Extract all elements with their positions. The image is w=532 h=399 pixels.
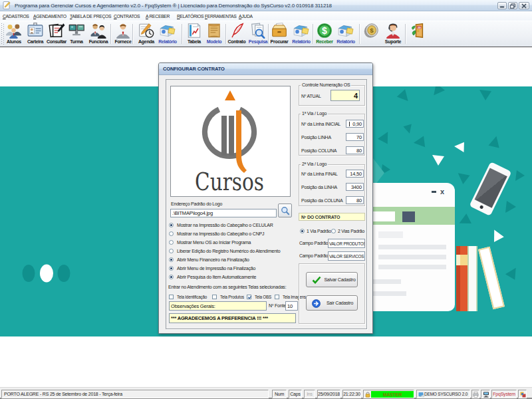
toolbar-pesquisa-button[interactable]: Pesquisa — [247, 22, 269, 47]
via-1-radio[interactable] — [300, 229, 305, 233]
tela-produtos-checkbox[interactable] — [212, 295, 217, 299]
tela-obs-checkbox[interactable] — [247, 295, 251, 299]
logo-path-input[interactable]: .\BITMAP\logo4.jpg — [170, 209, 277, 217]
via-2-radio[interactable] — [331, 229, 336, 233]
agradecimento-input[interactable]: *** AGRADECEMOS A PREFERENCIA !!! *** — [169, 313, 296, 323]
close-button[interactable] — [519, 2, 529, 9]
numero-contrato-field[interactable]: Nº DO CONTRATO — [299, 213, 365, 221]
menu-tabela-de-precos[interactable]: TABELA DE PREÇOS — [70, 12, 111, 21]
text-caret — [349, 122, 350, 126]
status-network[interactable] — [481, 390, 490, 398]
fonte-input[interactable]: 10 — [285, 301, 298, 311]
status-user-name: MASTER — [383, 392, 402, 397]
option-radio-pesquisa-item[interactable] — [169, 275, 174, 279]
client-area-bottom — [0, 336, 532, 387]
menu-cadastros[interactable]: CADASTROS — [3, 12, 29, 21]
staff-icon — [90, 22, 107, 39]
menu-relatorios[interactable]: RELATÓRIOS — [177, 12, 203, 21]
option-radio-menu-impressao[interactable] — [169, 266, 174, 271]
logo-path-label: Endereço Padrão do Logo — [171, 201, 222, 206]
status-time: 21:22:30 — [342, 390, 361, 398]
posicao-da-linha-input[interactable]: 3400 — [346, 183, 364, 191]
tela-identificacao-checkbox[interactable] — [169, 295, 174, 299]
app-icon — [3, 1, 11, 9]
salvar-cadastro-button[interactable]: Salvar Cadastro — [306, 272, 358, 287]
atual-input[interactable]: 4 — [331, 90, 360, 101]
campo-padrao-1-caption: Campo Padrão — [299, 241, 328, 245]
option-radio-liberar-edicao[interactable] — [169, 249, 174, 253]
status-brand: FpqSystem — [491, 390, 517, 398]
table-document-icon — [186, 22, 203, 39]
toolbar-suporte-label: Suporte — [382, 39, 404, 44]
toolbar-receber-button[interactable]: $ Receber — [313, 22, 336, 47]
posicao-linha-input[interactable]: 70 — [346, 133, 364, 141]
menu-ferramentas[interactable]: FERRAMENTAS — [205, 12, 237, 21]
posicao-da-coluna-label: Posição da COLUNA — [301, 198, 342, 203]
menu-a-receber[interactable]: A RECEBER — [146, 12, 170, 21]
linha-final-input[interactable]: 14,50 — [346, 170, 364, 178]
option-radio-cnpj[interactable] — [169, 231, 174, 236]
campo-padrao-2-input[interactable]: VALOR SERVICOS — [328, 251, 365, 261]
tela-produtos-label: Tela Produtos — [220, 295, 244, 299]
status-printer[interactable] — [471, 390, 479, 398]
restore-button[interactable] — [508, 2, 517, 9]
toolbar-turma-button[interactable]: Turma — [65, 22, 88, 47]
toolbar-relatorio-agenda-button[interactable]: Relatório — [156, 22, 179, 47]
menu-ajuda[interactable]: AJUDA — [239, 12, 253, 21]
illustration-browser-window: x — [362, 183, 455, 311]
toolbar-contrato-button[interactable]: Contrato — [225, 22, 248, 47]
toolbar-modelo-button[interactable]: Modelo — [203, 22, 225, 47]
toolbar-procurar-button[interactable]: Procurar — [268, 22, 291, 47]
toolbar-funcionarios-button[interactable]: Funciona — [87, 22, 110, 47]
status-insert: Ins — [304, 390, 315, 398]
campo-padrao-2-caption: Campo Padrão — [299, 253, 328, 258]
toolbar-relatorio-receber-button[interactable]: Relatório — [334, 22, 357, 47]
fpq-icon — [520, 392, 526, 398]
status-caps-lock: Caps — [289, 390, 302, 398]
magnifier-icon — [281, 206, 290, 215]
toolbar-carteira-button[interactable]: Carteira — [24, 22, 47, 47]
toolbar-relatorio-procurar-button[interactable]: Relatório — [290, 22, 313, 47]
toolbar-separator — [405, 24, 406, 44]
logo-search-button[interactable] — [278, 203, 292, 217]
card-file-icon — [271, 22, 288, 39]
report-icon — [293, 22, 310, 39]
option-radio-menu-os[interactable] — [169, 240, 174, 245]
via1-label: 1ª Via / Logo — [301, 111, 328, 116]
option-radio-menu-financeiro[interactable] — [169, 257, 174, 262]
menu-contratos[interactable]: CONTRATOS — [114, 12, 140, 21]
status-num-text: Num — [275, 392, 284, 396]
toolbar-fornecedor-button[interactable]: Fornece — [112, 22, 134, 47]
posicao-coluna-input[interactable]: 80 — [346, 146, 364, 154]
toolbar-consultar-button[interactable]: Consultar — [45, 22, 68, 47]
minimize-button[interactable] — [497, 2, 507, 9]
status-date-text: 25/09/2018 — [318, 392, 340, 396]
toolbar-suporte-button[interactable]: Suporte — [382, 22, 404, 47]
illustration-book-red — [456, 246, 467, 311]
option-radio-celular[interactable] — [169, 223, 174, 227]
linha-inicial-label: Nº da Linha INICIAL — [301, 122, 340, 126]
dialog-titlebar[interactable]: CONFIGURAR CONTRATO — [159, 63, 372, 75]
toolbar-agenda-button[interactable]: Agenda — [135, 22, 158, 47]
toolbar-alunos-label: Alunos — [3, 39, 25, 44]
scroll-icon — [205, 22, 223, 39]
toolbar-tabela-button[interactable]: Tabela — [183, 22, 205, 47]
posicao-da-coluna-input[interactable]: 80 — [346, 196, 364, 204]
toolbar-sair-button[interactable]: EXIT — [406, 22, 429, 47]
status-license-text: DEMO SYSCURSO 2.0 — [417, 392, 469, 396]
svg-text:$: $ — [370, 27, 374, 34]
toolbar-moeda-button[interactable]: $ — [360, 22, 382, 47]
linha-inicial-input[interactable]: 0,90 — [346, 120, 364, 128]
status-location-date: PORTO ALEGRE - RS 25 de Setembro de 2018… — [1, 390, 269, 398]
toolbar-relatorio-receber-label: Relatório — [334, 39, 357, 44]
exit-arrow-icon — [312, 299, 321, 308]
illustration-header-button — [402, 211, 415, 222]
linha-inicial-value: 0,90 — [352, 121, 362, 127]
sair-cadastro-button[interactable]: Sair Cadastro — [306, 295, 358, 311]
campo-padrao-1-input[interactable]: VALOR PRODUTOS — [328, 239, 365, 248]
toolbar-alunos-button[interactable]: Alunos — [3, 22, 25, 47]
observacoes-input[interactable]: Observações Gerais: — [169, 301, 267, 311]
toolbar-turma-label: Turma — [65, 39, 88, 44]
tela-imagens-checkbox[interactable] — [275, 295, 279, 299]
menu-agendamento[interactable]: AGENDAMENTO — [33, 12, 66, 21]
